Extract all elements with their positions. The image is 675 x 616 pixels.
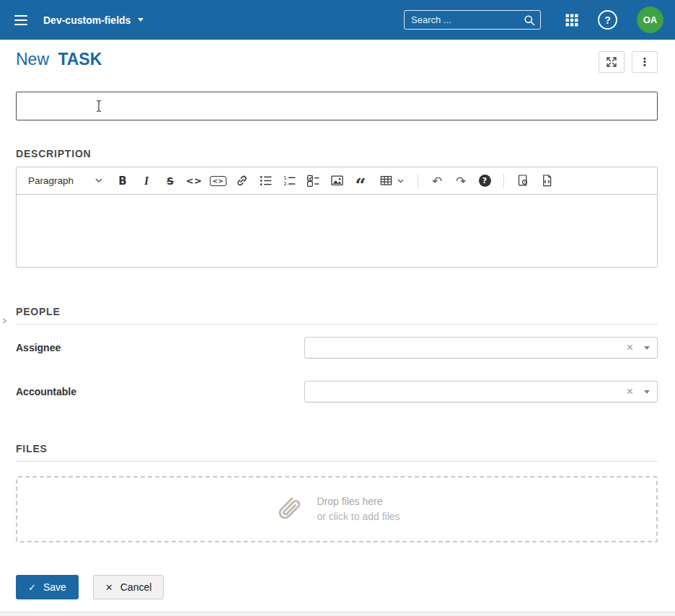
project-name: Dev-custom-fields xyxy=(43,14,131,26)
assignee-select[interactable]: × xyxy=(304,337,658,358)
code-block-button[interactable]: <> xyxy=(207,171,229,191)
assignee-row: Assignee × xyxy=(16,337,658,358)
source-code-icon xyxy=(540,174,554,188)
cancel-button[interactable]: ✕ Cancel xyxy=(93,575,164,599)
global-search[interactable] xyxy=(404,10,541,30)
link-icon xyxy=(235,174,249,188)
chevron-down-icon xyxy=(644,346,650,350)
editor-toolbar: Paragraph B I S <> <> xyxy=(17,167,657,195)
page-title: New TASK xyxy=(16,50,102,69)
assignee-label: Assignee xyxy=(16,342,304,353)
sidebar-collapse-handle[interactable]: › xyxy=(0,312,9,329)
save-label: Save xyxy=(43,581,66,593)
help-glyph: ? xyxy=(604,14,611,26)
redo-icon: ↷ xyxy=(456,174,466,188)
search-input[interactable] xyxy=(411,14,524,25)
help-icon[interactable]: ? xyxy=(598,10,617,30)
files-section-label: FILES xyxy=(16,443,658,454)
accountable-row: Accountable × xyxy=(16,381,658,402)
source-button[interactable] xyxy=(536,171,557,191)
preview-button[interactable] xyxy=(512,171,534,191)
paperclip-icon xyxy=(266,487,311,532)
horizontal-scrollbar[interactable] xyxy=(0,612,675,616)
todo-list-button[interactable] xyxy=(302,171,324,191)
apps-grid-icon[interactable] xyxy=(565,14,578,27)
description-editor-body[interactable] xyxy=(17,195,657,267)
accountable-label: Accountable xyxy=(16,386,304,397)
menu-icon[interactable] xyxy=(12,9,30,31)
italic-icon: I xyxy=(144,175,149,188)
top-bar: Dev-custom-fields ? OA xyxy=(0,0,675,40)
subject-input[interactable] xyxy=(16,92,658,120)
files-section: FILES Drop files here or click to add fi… xyxy=(16,443,658,542)
editor-help-button[interactable]: ? xyxy=(474,171,495,191)
block-quote-icon: “ xyxy=(356,174,366,188)
clear-icon[interactable]: × xyxy=(627,342,633,353)
work-package-form: New TASK ⋮ xyxy=(0,50,675,599)
form-actions: ✓ Save ✕ Cancel xyxy=(16,575,658,599)
more-actions-button[interactable]: ⋮ xyxy=(632,51,658,73)
inline-code-button[interactable]: <> xyxy=(183,171,205,191)
dropzone-text: Drop files here or click to add files xyxy=(317,494,400,524)
strikethrough-button[interactable]: S xyxy=(159,171,181,191)
paragraph-style-dropdown[interactable]: Paragraph xyxy=(21,171,110,191)
avatar[interactable]: OA xyxy=(637,6,663,33)
fullscreen-button[interactable] xyxy=(599,51,625,73)
help-icon: ? xyxy=(479,175,491,187)
italic-button[interactable]: I xyxy=(136,171,157,191)
kebab-icon: ⋮ xyxy=(640,56,650,69)
dropzone-line2: or click to add files xyxy=(317,509,400,524)
close-icon: ✕ xyxy=(105,582,113,593)
svg-text:1.: 1. xyxy=(283,175,288,181)
dropzone-line1: Drop files here xyxy=(317,494,400,509)
code-block-icon: <> xyxy=(210,176,226,186)
table-icon xyxy=(379,174,393,188)
people-section-label: PEOPLE xyxy=(16,306,658,317)
bold-button[interactable]: B xyxy=(112,171,133,191)
paragraph-style-label: Paragraph xyxy=(28,175,74,186)
chevron-down-icon xyxy=(95,178,102,183)
numbered-list-icon: 1. 2. xyxy=(283,174,296,188)
project-selector[interactable]: Dev-custom-fields xyxy=(43,14,144,26)
insert-table-button[interactable] xyxy=(374,171,410,191)
title-type[interactable]: TASK xyxy=(58,50,102,69)
block-quote-button[interactable]: “ xyxy=(350,171,371,191)
description-section-label: DESCRIPTION xyxy=(16,148,658,159)
description-editor: Paragraph B I S <> <> xyxy=(16,167,658,268)
todo-list-icon xyxy=(306,174,320,188)
search-icon[interactable] xyxy=(524,14,535,26)
bold-icon: B xyxy=(118,175,126,188)
bulleted-list-icon xyxy=(259,174,273,188)
inline-code-icon: <> xyxy=(186,175,203,186)
accountable-select[interactable]: × xyxy=(304,381,658,402)
undo-icon: ↶ xyxy=(432,174,442,188)
numbered-list-button[interactable]: 1. 2. xyxy=(278,171,300,191)
image-icon xyxy=(330,174,344,188)
redo-button[interactable]: ↷ xyxy=(450,171,472,191)
title-prefix: New xyxy=(16,50,49,69)
link-button[interactable] xyxy=(231,171,252,191)
avatar-initials: OA xyxy=(643,14,658,25)
save-button[interactable]: ✓ Save xyxy=(16,575,79,599)
toolbar-separator xyxy=(418,174,418,188)
insert-image-button[interactable] xyxy=(326,171,348,191)
check-icon: ✓ xyxy=(28,582,36,593)
toolbar-separator xyxy=(503,174,504,188)
people-section: PEOPLE Assignee × Accountable × xyxy=(16,306,658,402)
expand-icon xyxy=(606,56,617,68)
chevron-down-icon xyxy=(397,179,404,183)
chevron-down-icon xyxy=(138,18,144,22)
bulleted-list-button[interactable] xyxy=(255,171,276,191)
strikethrough-icon: S xyxy=(167,175,174,187)
chevron-down-icon xyxy=(644,390,650,394)
file-dropzone[interactable]: Drop files here or click to add files xyxy=(16,476,658,542)
clear-icon[interactable]: × xyxy=(627,386,633,397)
svg-text:2.: 2. xyxy=(283,181,288,187)
preview-icon xyxy=(516,174,530,188)
cancel-label: Cancel xyxy=(120,581,152,593)
undo-button[interactable]: ↶ xyxy=(426,171,448,191)
